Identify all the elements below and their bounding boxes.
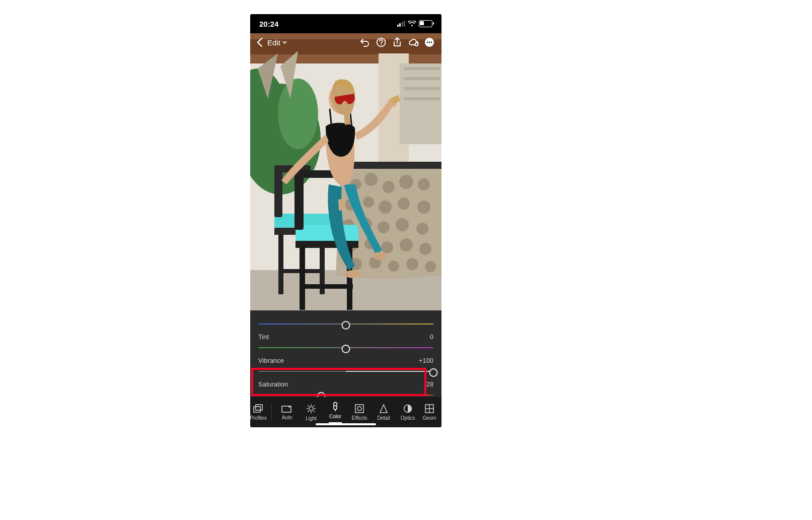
tool-auto-label: Auto bbox=[282, 415, 292, 420]
svg-rect-46 bbox=[296, 225, 358, 242]
photo-preview[interactable] bbox=[250, 33, 441, 310]
effects-icon bbox=[355, 404, 364, 413]
edit-label: Edit bbox=[267, 38, 280, 47]
phone-frame: { "status": { "time": "20:24" }, "nav": … bbox=[250, 14, 441, 427]
bottom-toolbar: Profiles Auto Light Color Effects Detail… bbox=[250, 397, 441, 427]
tool-profiles[interactable]: Profiles bbox=[250, 404, 268, 421]
color-icon bbox=[332, 402, 339, 412]
top-nav: Edit bbox=[250, 33, 441, 51]
svg-line-75 bbox=[313, 405, 314, 406]
profiles-icon bbox=[253, 404, 263, 413]
svg-point-79 bbox=[357, 407, 361, 411]
svg-point-17 bbox=[418, 178, 430, 190]
svg-point-58 bbox=[381, 44, 382, 45]
svg-point-35 bbox=[388, 261, 399, 272]
help-button[interactable] bbox=[374, 35, 388, 49]
tool-auto[interactable]: Auto bbox=[275, 405, 299, 420]
svg-point-22 bbox=[417, 201, 430, 214]
tool-geometry-label: Geom bbox=[422, 415, 436, 421]
slider-temp-track[interactable] bbox=[258, 320, 433, 328]
edit-panel: Temp 0 Tint 0 Vibrance +100 bbox=[250, 310, 441, 397]
home-indicator[interactable] bbox=[316, 423, 376, 425]
slider-vibrance-track[interactable] bbox=[258, 367, 433, 375]
svg-point-32 bbox=[419, 243, 431, 255]
svg-rect-65 bbox=[256, 405, 262, 410]
tool-optics-label: Optics bbox=[401, 415, 415, 421]
back-button[interactable] bbox=[255, 38, 264, 47]
cloud-sync-button[interactable] bbox=[406, 35, 420, 49]
tool-light[interactable]: Light bbox=[299, 404, 323, 421]
svg-rect-47 bbox=[294, 174, 304, 230]
svg-point-76 bbox=[334, 402, 337, 406]
svg-rect-64 bbox=[254, 407, 260, 412]
svg-rect-48 bbox=[294, 170, 336, 178]
slider-temp: Temp 0 bbox=[258, 309, 433, 328]
svg-point-53 bbox=[345, 270, 361, 278]
svg-line-74 bbox=[308, 411, 309, 412]
slider-saturation: Saturation -28 bbox=[258, 380, 433, 399]
svg-point-26 bbox=[396, 218, 409, 231]
edit-dropdown[interactable]: Edit bbox=[267, 38, 287, 47]
svg-rect-4 bbox=[400, 63, 441, 144]
slider-saturation-value: -28 bbox=[424, 380, 433, 388]
tool-effects[interactable]: Effects bbox=[347, 404, 372, 421]
svg-rect-50 bbox=[300, 247, 305, 310]
svg-point-11 bbox=[278, 79, 318, 149]
svg-rect-43 bbox=[278, 234, 283, 294]
tool-light-label: Light bbox=[306, 416, 317, 421]
light-icon bbox=[306, 404, 316, 414]
svg-rect-52 bbox=[300, 284, 353, 289]
detail-icon bbox=[380, 404, 388, 413]
svg-point-30 bbox=[381, 241, 393, 253]
svg-line-73 bbox=[313, 411, 314, 412]
svg-point-19 bbox=[363, 197, 374, 208]
svg-rect-40 bbox=[274, 169, 282, 217]
chevron-down-icon bbox=[282, 41, 287, 44]
status-time: 20:24 bbox=[259, 20, 278, 28]
tool-color[interactable]: Color bbox=[323, 402, 347, 423]
tool-detail[interactable]: Detail bbox=[372, 404, 396, 421]
svg-point-25 bbox=[378, 221, 390, 233]
svg-point-54 bbox=[373, 252, 387, 260]
svg-point-15 bbox=[383, 181, 395, 193]
svg-point-14 bbox=[364, 173, 378, 186]
share-button[interactable] bbox=[390, 35, 404, 49]
slider-tint-track[interactable] bbox=[258, 344, 433, 352]
svg-point-61 bbox=[427, 42, 428, 43]
svg-point-27 bbox=[416, 223, 428, 235]
svg-point-16 bbox=[399, 175, 413, 189]
tool-effects-label: Effects bbox=[352, 415, 367, 421]
svg-point-36 bbox=[406, 258, 418, 270]
battery-icon bbox=[419, 20, 432, 27]
toolbar-separator bbox=[271, 404, 272, 421]
svg-rect-49 bbox=[296, 241, 358, 248]
slider-tint: Tint 0 bbox=[258, 333, 433, 352]
svg-rect-78 bbox=[355, 405, 363, 413]
slider-tint-label: Tint bbox=[258, 333, 269, 341]
svg-line-72 bbox=[308, 405, 309, 406]
svg-point-67 bbox=[309, 407, 313, 411]
svg-point-20 bbox=[379, 201, 392, 214]
slider-vibrance-label: Vibrance bbox=[258, 357, 284, 364]
undo-button[interactable] bbox=[358, 35, 372, 49]
tool-detail-label: Detail bbox=[377, 415, 390, 421]
slider-tint-value: 0 bbox=[430, 333, 433, 341]
svg-point-37 bbox=[425, 261, 436, 272]
tool-geometry[interactable]: Geom bbox=[420, 404, 439, 421]
geometry-icon bbox=[425, 404, 434, 413]
slider-saturation-label: Saturation bbox=[258, 380, 288, 388]
optics-icon bbox=[403, 404, 412, 413]
tool-profiles-label: Profiles bbox=[250, 415, 267, 421]
auto-icon bbox=[281, 405, 292, 413]
wifi-icon bbox=[408, 21, 416, 27]
slider-vibrance-value: +100 bbox=[419, 357, 433, 364]
svg-point-63 bbox=[431, 42, 432, 43]
status-bar: 20:24 bbox=[250, 14, 441, 33]
slider-vibrance: Vibrance +100 bbox=[258, 357, 433, 375]
svg-point-62 bbox=[429, 42, 430, 43]
tool-optics[interactable]: Optics bbox=[396, 404, 420, 421]
svg-point-31 bbox=[400, 238, 413, 251]
status-right bbox=[397, 20, 433, 27]
tool-color-label: Color bbox=[329, 414, 341, 419]
more-button[interactable] bbox=[422, 35, 436, 49]
